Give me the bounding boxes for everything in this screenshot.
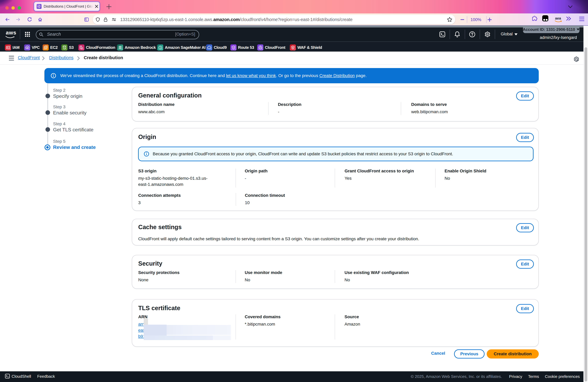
- svg-text:53: 53: [232, 47, 234, 48]
